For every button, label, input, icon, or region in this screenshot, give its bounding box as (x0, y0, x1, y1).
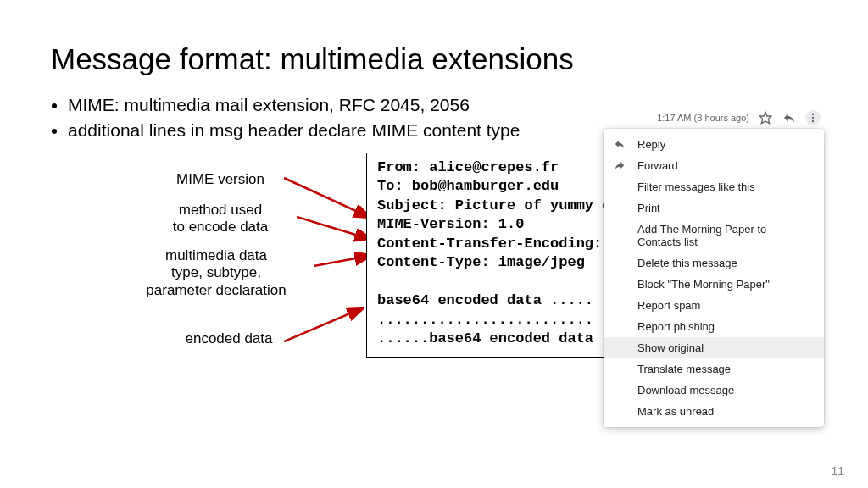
svg-marker-4 (760, 112, 771, 123)
anno-encode-method: method used to encode data (144, 202, 297, 236)
gmail-menu-item[interactable]: Block "The Morning Paper" (604, 274, 824, 295)
code-line: base64 encoded data ..... (377, 292, 593, 308)
gmail-menu-label: Filter messages like this (637, 180, 755, 193)
gmail-menu-item[interactable]: Mark as unread (604, 401, 824, 422)
anno-encoded-data: encoded data (153, 330, 305, 347)
gmail-menu-label: Download message (637, 384, 734, 396)
slide-title: Message format: multimedia extensions (51, 42, 817, 76)
gmail-overlay: 1:17 AM (8 hours ago) ReplyForwardFilter… (604, 110, 824, 427)
code-line: ......................... (377, 312, 593, 328)
svg-line-2 (314, 256, 370, 266)
arrow-icon (297, 212, 377, 246)
anno-mime-version: MIME version (153, 171, 288, 188)
gmail-menu-item[interactable]: Download message (604, 380, 824, 401)
gmail-menu-label: Delete this message (637, 257, 737, 269)
reply-icon (614, 138, 627, 152)
anno-line: type, subtype, (171, 264, 261, 280)
page-number: 11 (831, 464, 844, 478)
gmail-menu-label: Show original (637, 341, 704, 354)
arrow-icon (284, 303, 369, 346)
anno-line: method used (179, 202, 262, 218)
svg-line-1 (297, 217, 370, 239)
gmail-menu-item[interactable]: Translate message (604, 358, 824, 380)
code-line: MIME-Version: 1.0 (377, 216, 524, 232)
gmail-menu-item[interactable]: Print (604, 197, 824, 219)
star-icon[interactable] (758, 110, 773, 125)
gmail-menu-label: Translate message (637, 363, 731, 375)
gmail-menu-label: Mark as unread (637, 405, 714, 418)
gmail-menu-label: Print (637, 202, 660, 214)
anno-line: to encode data (173, 219, 268, 235)
svg-point-6 (812, 117, 814, 119)
anno-line: parameter declaration (146, 282, 286, 298)
gmail-menu-item[interactable]: Report spam (604, 295, 824, 316)
gmail-menu-label: Forward (637, 159, 678, 172)
gmail-menu-label: Add The Morning Paper to Contacts list (637, 223, 766, 248)
gmail-menu-item[interactable]: Report phishing (604, 316, 824, 337)
anno-multimedia-type: multimedia data type, subtype, parameter… (110, 247, 322, 299)
gmail-menu-item[interactable]: Add The Morning Paper to Contacts list (604, 219, 824, 252)
gmail-menu-item[interactable]: Filter messages like this (604, 176, 824, 197)
gmail-timestamp: 1:17 AM (8 hours ago) (657, 113, 749, 123)
code-line: ......base64 encoded data (377, 330, 593, 347)
gmail-menu-item[interactable]: Reply (604, 134, 824, 155)
gmail-menu-item[interactable]: Delete this message (604, 252, 824, 274)
more-icon[interactable] (805, 110, 821, 125)
code-line: Content-Type: image/jpeg (377, 254, 585, 270)
gmail-menu-item[interactable]: Forward (604, 155, 824, 176)
gmail-menu-label: Report phishing (637, 320, 715, 333)
svg-point-5 (812, 114, 814, 115)
gmail-menu-item[interactable]: Show original (604, 337, 824, 358)
forward-icon (614, 159, 627, 173)
gmail-menu: ReplyForwardFilter messages like thisPri… (604, 129, 824, 427)
code-line: To: bob@hamburger.edu (377, 178, 559, 194)
gmail-menu-label: Reply (637, 138, 665, 151)
gmail-menu-label: Block "The Morning Paper" (637, 278, 770, 291)
svg-point-7 (812, 120, 814, 122)
gmail-menu-label: Report spam (637, 299, 700, 312)
svg-line-3 (284, 308, 362, 341)
code-line: From: alice@crepes.fr (377, 159, 559, 175)
reply-icon[interactable] (782, 110, 797, 125)
anno-line: multimedia data (165, 247, 267, 263)
gmail-meta-row: 1:17 AM (8 hours ago) (604, 110, 824, 125)
